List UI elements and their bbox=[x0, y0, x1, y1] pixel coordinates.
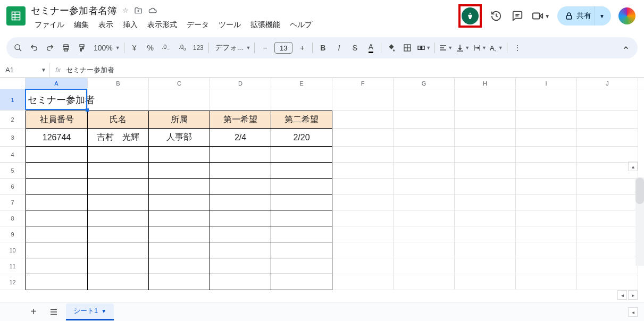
tab-scroll-left[interactable]: ◂ bbox=[628, 307, 638, 317]
row-header-5[interactable]: 5 bbox=[0, 163, 25, 179]
cell-G1[interactable] bbox=[394, 89, 455, 111]
sheets-logo[interactable] bbox=[6, 6, 26, 26]
redo-icon[interactable] bbox=[43, 40, 57, 55]
borders-button[interactable] bbox=[400, 40, 415, 55]
merge-cells-button[interactable]: ▼ bbox=[416, 44, 432, 52]
menu-view[interactable]: 表示 bbox=[95, 19, 117, 31]
cell-E4[interactable] bbox=[271, 147, 332, 163]
italic-button[interactable]: I bbox=[331, 40, 346, 55]
cell-A11[interactable] bbox=[26, 258, 88, 274]
cell-G6[interactable] bbox=[394, 179, 455, 195]
increase-font-size-button[interactable]: + bbox=[295, 40, 310, 55]
comments-icon[interactable] bbox=[511, 9, 524, 23]
vertical-scrollbar[interactable] bbox=[635, 178, 644, 266]
menu-extensions[interactable]: 拡張機能 bbox=[247, 19, 284, 31]
cell-C5[interactable] bbox=[149, 163, 210, 179]
row-header-6[interactable]: 6 bbox=[0, 179, 25, 195]
cell-H4[interactable] bbox=[455, 147, 516, 163]
row-header-1[interactable]: 1 bbox=[0, 89, 25, 111]
cell-H2[interactable] bbox=[455, 111, 516, 129]
cell-G8[interactable] bbox=[394, 210, 455, 226]
scroll-up-button[interactable]: ▴ bbox=[628, 162, 638, 171]
cell-I5[interactable] bbox=[516, 163, 577, 179]
cell-I8[interactable] bbox=[516, 210, 577, 226]
cell-A9[interactable] bbox=[26, 226, 88, 242]
cell-E8[interactable] bbox=[271, 210, 332, 226]
share-button[interactable]: 共有 ▼ bbox=[557, 6, 611, 26]
cell-C3[interactable]: 人事部 bbox=[149, 129, 210, 147]
cell-I6[interactable] bbox=[516, 179, 577, 195]
cell-G2[interactable] bbox=[394, 111, 455, 129]
search-menus-icon[interactable] bbox=[11, 40, 26, 55]
cell-H1[interactable] bbox=[455, 89, 516, 111]
cell-J7[interactable] bbox=[577, 195, 638, 210]
cell-E10[interactable] bbox=[271, 242, 332, 258]
horizontal-align-button[interactable]: ▼ bbox=[438, 44, 454, 52]
cell-J3[interactable] bbox=[577, 129, 638, 147]
cell-J11[interactable] bbox=[577, 258, 638, 274]
cell-C10[interactable] bbox=[149, 242, 210, 258]
cell-D3[interactable]: 2/4 bbox=[210, 129, 271, 147]
vertical-scroll-thumb[interactable] bbox=[635, 178, 644, 204]
move-icon[interactable] bbox=[134, 6, 143, 15]
cell-B2[interactable]: 氏名 bbox=[88, 111, 149, 129]
cell-E1[interactable] bbox=[271, 89, 332, 111]
cell-E9[interactable] bbox=[271, 226, 332, 242]
cell-B6[interactable] bbox=[88, 179, 149, 195]
cell-E11[interactable] bbox=[271, 258, 332, 274]
row-header-2[interactable]: 2 bbox=[0, 111, 25, 129]
scroll-right-button[interactable]: ▸ bbox=[628, 290, 638, 300]
cell-F1[interactable] bbox=[332, 89, 394, 111]
cell-E7[interactable] bbox=[271, 195, 332, 210]
row-header-10[interactable]: 10 bbox=[0, 242, 25, 258]
cell-C9[interactable] bbox=[149, 226, 210, 242]
cell-A2[interactable]: 社員番号 bbox=[26, 111, 88, 129]
cell-F6[interactable] bbox=[332, 179, 394, 195]
cell-C12[interactable] bbox=[149, 274, 210, 290]
sheet-tab-1[interactable]: シート1 ▼ bbox=[66, 303, 114, 320]
cell-C6[interactable] bbox=[149, 179, 210, 195]
row-header-8[interactable]: 8 bbox=[0, 210, 25, 226]
cell-G7[interactable] bbox=[394, 195, 455, 210]
cell-C8[interactable] bbox=[149, 210, 210, 226]
more-toolbar-icon[interactable]: ⋮ bbox=[510, 40, 525, 55]
cell-G12[interactable] bbox=[394, 274, 455, 290]
cell-I4[interactable] bbox=[516, 147, 577, 163]
cell-H9[interactable] bbox=[455, 226, 516, 242]
cell-G5[interactable] bbox=[394, 163, 455, 179]
strikethrough-button[interactable]: S bbox=[347, 40, 362, 55]
currency-button[interactable]: ¥ bbox=[127, 40, 142, 55]
decrease-decimal-button[interactable]: .0← bbox=[159, 40, 174, 55]
col-header-D[interactable]: D bbox=[210, 78, 271, 89]
row-header-12[interactable]: 12 bbox=[0, 274, 25, 290]
formula-bar[interactable]: セミナー参加者 bbox=[66, 65, 644, 75]
col-header-I[interactable]: I bbox=[516, 78, 577, 89]
extension-icon[interactable] bbox=[462, 7, 479, 24]
cell-F2[interactable] bbox=[332, 111, 394, 129]
all-sheets-button[interactable] bbox=[46, 304, 62, 320]
cell-A6[interactable] bbox=[26, 179, 88, 195]
cell-A8[interactable] bbox=[26, 210, 88, 226]
cell-D6[interactable] bbox=[210, 179, 271, 195]
cell-F11[interactable] bbox=[332, 258, 394, 274]
cell-H3[interactable] bbox=[455, 129, 516, 147]
cell-G11[interactable] bbox=[394, 258, 455, 274]
share-dropdown-icon[interactable]: ▼ bbox=[595, 6, 609, 26]
star-icon[interactable]: ☆ bbox=[122, 6, 129, 15]
cell-E5[interactable] bbox=[271, 163, 332, 179]
cell-I9[interactable] bbox=[516, 226, 577, 242]
text-wrap-button[interactable]: ▼ bbox=[472, 44, 488, 52]
cell-B11[interactable] bbox=[88, 258, 149, 274]
paint-format-icon[interactable] bbox=[74, 40, 89, 55]
menu-file[interactable]: ファイル bbox=[31, 19, 68, 31]
row-header-4[interactable]: 4 bbox=[0, 147, 25, 163]
cell-E2[interactable]: 第二希望 bbox=[271, 111, 332, 129]
cell-A3[interactable]: 126744 bbox=[26, 129, 88, 147]
menu-data[interactable]: データ bbox=[183, 19, 213, 31]
cell-H7[interactable] bbox=[455, 195, 516, 210]
cell-B3[interactable]: 吉村 光輝 bbox=[88, 129, 149, 147]
cell-E12[interactable] bbox=[271, 274, 332, 290]
cell-D11[interactable] bbox=[210, 258, 271, 274]
text-color-button[interactable]: A bbox=[363, 40, 378, 55]
cell-J8[interactable] bbox=[577, 210, 638, 226]
